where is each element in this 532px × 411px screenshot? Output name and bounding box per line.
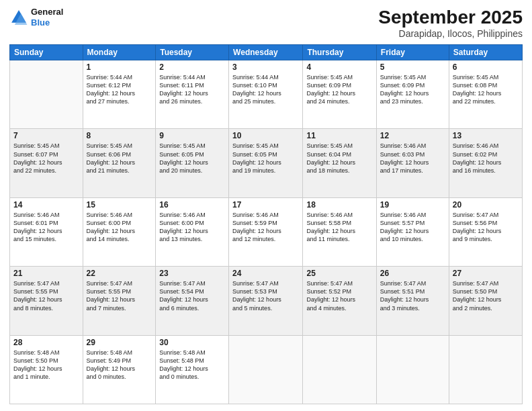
title-block: September 2025 Darapidap, Ilocos, Philip… (378, 7, 523, 39)
cell-info: Sunrise: 5:46 AM Sunset: 6:00 PM Dayligh… (87, 211, 152, 244)
cell-info: Sunrise: 5:48 AM Sunset: 5:50 PM Dayligh… (13, 349, 79, 381)
day-number: 18 (306, 200, 372, 210)
cell-info: Sunrise: 5:45 AM Sunset: 6:08 PM Dayligh… (453, 73, 519, 106)
day-number: 14 (13, 200, 79, 210)
day-number: 12 (380, 131, 445, 140)
calendar-cell: 17Sunrise: 5:46 AM Sunset: 5:59 PM Dayli… (229, 197, 303, 266)
cell-info: Sunrise: 5:47 AM Sunset: 5:56 PM Dayligh… (453, 211, 519, 244)
day-number: 1 (87, 62, 152, 72)
cell-info: Sunrise: 5:44 AM Sunset: 6:11 PM Dayligh… (159, 73, 225, 106)
cell-info: Sunrise: 5:46 AM Sunset: 6:01 PM Dayligh… (13, 211, 79, 244)
calendar-cell: 22Sunrise: 5:47 AM Sunset: 5:55 PM Dayli… (83, 267, 156, 335)
days-header-row: SundayMondayTuesdayWednesdayThursdayFrid… (10, 45, 523, 60)
week-row-3: 14Sunrise: 5:46 AM Sunset: 6:01 PM Dayli… (10, 197, 523, 266)
week-row-2: 7Sunrise: 5:45 AM Sunset: 6:07 PM Daylig… (10, 129, 523, 197)
calendar-cell: 7Sunrise: 5:45 AM Sunset: 6:07 PM Daylig… (10, 129, 83, 197)
day-number: 17 (232, 200, 299, 210)
day-number: 10 (232, 131, 299, 140)
col-header-monday: Monday (83, 45, 156, 60)
calendar-cell: 24Sunrise: 5:47 AM Sunset: 5:53 PM Dayli… (229, 267, 303, 335)
calendar-cell: 26Sunrise: 5:47 AM Sunset: 5:51 PM Dayli… (376, 267, 449, 335)
cell-info: Sunrise: 5:48 AM Sunset: 5:48 PM Dayligh… (159, 349, 225, 381)
day-number: 29 (87, 338, 152, 347)
cell-info: Sunrise: 5:46 AM Sunset: 6:00 PM Dayligh… (159, 211, 225, 244)
calendar-cell: 27Sunrise: 5:47 AM Sunset: 5:50 PM Dayli… (449, 267, 522, 335)
day-number: 8 (87, 131, 152, 140)
logo: General Blue (9, 7, 63, 28)
day-number: 20 (453, 200, 519, 210)
calendar-cell (376, 335, 449, 404)
day-number: 19 (380, 200, 445, 210)
cell-info: Sunrise: 5:47 AM Sunset: 5:51 PM Dayligh… (380, 279, 445, 312)
calendar-cell: 4Sunrise: 5:45 AM Sunset: 6:09 PM Daylig… (303, 60, 376, 129)
location: Darapidap, Ilocos, Philippines (378, 28, 523, 39)
day-number: 25 (306, 269, 372, 278)
day-number: 7 (13, 131, 79, 140)
calendar-cell: 13Sunrise: 5:46 AM Sunset: 6:02 PM Dayli… (449, 129, 522, 197)
col-header-saturday: Saturday (449, 45, 522, 60)
day-number: 21 (13, 269, 79, 278)
cell-info: Sunrise: 5:46 AM Sunset: 5:58 PM Dayligh… (306, 211, 372, 244)
calendar-cell: 14Sunrise: 5:46 AM Sunset: 6:01 PM Dayli… (10, 197, 83, 266)
cell-info: Sunrise: 5:45 AM Sunset: 6:09 PM Dayligh… (306, 73, 372, 106)
col-header-sunday: Sunday (10, 45, 83, 60)
calendar-cell: 9Sunrise: 5:45 AM Sunset: 6:05 PM Daylig… (156, 129, 229, 197)
day-number: 23 (159, 269, 225, 278)
day-number: 3 (232, 62, 299, 72)
day-number: 30 (159, 338, 225, 347)
calendar-cell: 15Sunrise: 5:46 AM Sunset: 6:00 PM Dayli… (83, 197, 156, 266)
cell-info: Sunrise: 5:44 AM Sunset: 6:10 PM Dayligh… (232, 73, 299, 106)
calendar-cell: 8Sunrise: 5:45 AM Sunset: 6:06 PM Daylig… (83, 129, 156, 197)
page: General Blue September 2025 Darapidap, I… (0, 0, 532, 411)
cell-info: Sunrise: 5:44 AM Sunset: 6:12 PM Dayligh… (87, 73, 152, 106)
day-number: 4 (306, 62, 372, 72)
calendar-table: SundayMondayTuesdayWednesdayThursdayFrid… (9, 44, 523, 404)
calendar-cell: 10Sunrise: 5:45 AM Sunset: 6:05 PM Dayli… (229, 129, 303, 197)
cell-info: Sunrise: 5:47 AM Sunset: 5:54 PM Dayligh… (159, 279, 225, 312)
cell-info: Sunrise: 5:45 AM Sunset: 6:07 PM Dayligh… (13, 142, 79, 175)
calendar-cell (229, 335, 303, 404)
day-number: 27 (453, 269, 519, 278)
week-row-1: 1Sunrise: 5:44 AM Sunset: 6:12 PM Daylig… (10, 60, 523, 129)
col-header-wednesday: Wednesday (229, 45, 303, 60)
logo-icon (9, 8, 28, 27)
calendar-cell: 12Sunrise: 5:46 AM Sunset: 6:03 PM Dayli… (376, 129, 449, 197)
cell-info: Sunrise: 5:48 AM Sunset: 5:49 PM Dayligh… (87, 349, 152, 381)
calendar-cell: 18Sunrise: 5:46 AM Sunset: 5:58 PM Dayli… (303, 197, 376, 266)
day-number: 9 (159, 131, 225, 140)
calendar-cell: 25Sunrise: 5:47 AM Sunset: 5:52 PM Dayli… (303, 267, 376, 335)
calendar-cell (449, 335, 522, 404)
calendar-cell: 20Sunrise: 5:47 AM Sunset: 5:56 PM Dayli… (449, 197, 522, 266)
day-number: 26 (380, 269, 445, 278)
day-number: 22 (87, 269, 152, 278)
logo-text: General Blue (31, 7, 63, 28)
day-number: 6 (453, 62, 519, 72)
cell-info: Sunrise: 5:45 AM Sunset: 6:09 PM Dayligh… (380, 73, 445, 106)
cell-info: Sunrise: 5:45 AM Sunset: 6:05 PM Dayligh… (232, 142, 299, 175)
day-number: 5 (380, 62, 445, 72)
calendar-cell: 21Sunrise: 5:47 AM Sunset: 5:55 PM Dayli… (10, 267, 83, 335)
calendar-cell: 16Sunrise: 5:46 AM Sunset: 6:00 PM Dayli… (156, 197, 229, 266)
day-number: 16 (159, 200, 225, 210)
cell-info: Sunrise: 5:46 AM Sunset: 5:59 PM Dayligh… (232, 211, 299, 244)
cell-info: Sunrise: 5:47 AM Sunset: 5:55 PM Dayligh… (87, 279, 152, 312)
calendar-cell: 1Sunrise: 5:44 AM Sunset: 6:12 PM Daylig… (83, 60, 156, 129)
logo-line1: General (31, 7, 63, 17)
header: General Blue September 2025 Darapidap, I… (9, 7, 523, 39)
cell-info: Sunrise: 5:46 AM Sunset: 5:57 PM Dayligh… (380, 211, 445, 244)
cell-info: Sunrise: 5:47 AM Sunset: 5:55 PM Dayligh… (13, 279, 79, 312)
cell-info: Sunrise: 5:46 AM Sunset: 6:02 PM Dayligh… (453, 142, 519, 175)
calendar-cell: 11Sunrise: 5:45 AM Sunset: 6:04 PM Dayli… (303, 129, 376, 197)
month-title: September 2025 (378, 7, 523, 28)
calendar-cell: 5Sunrise: 5:45 AM Sunset: 6:09 PM Daylig… (376, 60, 449, 129)
day-number: 15 (87, 200, 152, 210)
cell-info: Sunrise: 5:45 AM Sunset: 6:06 PM Dayligh… (87, 142, 152, 175)
calendar-cell: 30Sunrise: 5:48 AM Sunset: 5:48 PM Dayli… (156, 335, 229, 404)
week-row-5: 28Sunrise: 5:48 AM Sunset: 5:50 PM Dayli… (10, 335, 523, 404)
cell-info: Sunrise: 5:47 AM Sunset: 5:53 PM Dayligh… (232, 279, 299, 312)
logo-line2: Blue (31, 17, 63, 28)
calendar-cell: 23Sunrise: 5:47 AM Sunset: 5:54 PM Dayli… (156, 267, 229, 335)
calendar-cell: 2Sunrise: 5:44 AM Sunset: 6:11 PM Daylig… (156, 60, 229, 129)
col-header-thursday: Thursday (303, 45, 376, 60)
cell-info: Sunrise: 5:46 AM Sunset: 6:03 PM Dayligh… (380, 142, 445, 175)
